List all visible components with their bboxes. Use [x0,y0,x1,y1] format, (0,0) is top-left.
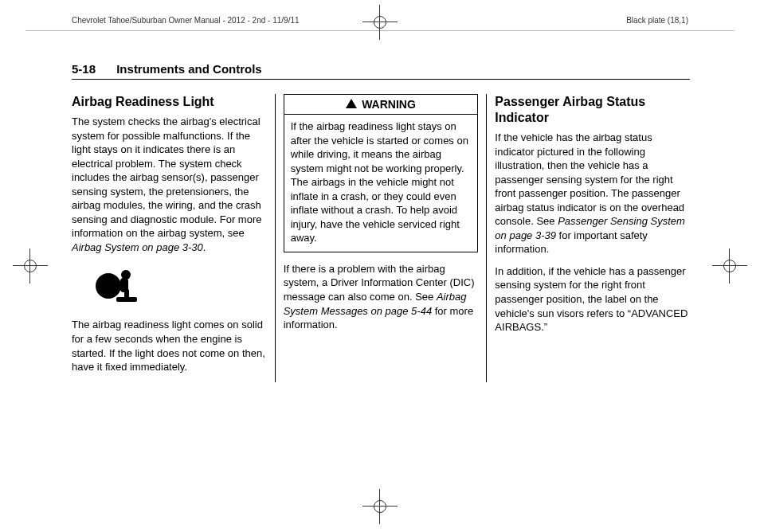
registration-mark-icon [13,248,48,284]
text-run: . [203,241,206,253]
section-title: Instruments and Controls [116,62,262,76]
page-root: Chevrolet Tahoe/Suburban Owner Manual - … [0,0,760,532]
svg-rect-4 [124,289,129,300]
registration-mark-icon [712,248,747,284]
warning-triangle-icon [346,99,357,108]
column-layout: Airbag Readiness Light The system checks… [72,94,690,382]
body-paragraph: If there is a problem with the airbag sy… [284,262,479,332]
content-area: 5-18 Instruments and Controls Airbag Rea… [72,62,690,505]
warning-box: WARNING If the airbag readiness light st… [284,94,479,252]
page-header: 5-18 Instruments and Controls [72,62,690,80]
svg-point-0 [96,273,121,299]
text-run: If the vehicle has the airbag status ind… [495,131,684,227]
column-1: Airbag Readiness Light The system checks… [72,94,275,382]
heading-passenger-airbag-status-indicator: Passenger Airbag Status Indicator [495,94,690,126]
body-paragraph: The airbag readiness light comes on soli… [72,318,267,374]
column-2: WARNING If the airbag readiness light st… [276,94,487,382]
warning-body: If the airbag readiness light stays on a… [284,115,478,252]
body-paragraph: If the vehicle has the airbag status ind… [495,131,690,256]
body-paragraph: The system checks the airbag's electrica… [72,115,267,254]
page-number: 5-18 [72,62,96,76]
column-3: Passenger Airbag Status Indicator If the… [487,94,690,382]
body-paragraph: In addition, if the vehicle has a passen… [495,264,690,334]
trim-plate-id: Black plate (18,1) [626,16,688,25]
warning-header: WARNING [284,95,478,115]
trim-doc-id: Chevrolet Tahoe/Suburban Owner Manual - … [72,16,300,25]
airbag-indicator-icon [92,264,267,307]
warning-label: WARNING [362,98,416,111]
heading-airbag-readiness-light: Airbag Readiness Light [72,94,267,110]
registration-mark-icon [362,5,398,40]
text-run: The system checks the airbag's electrica… [72,115,261,239]
cross-reference: Airbag System on page 3-30 [72,241,203,253]
